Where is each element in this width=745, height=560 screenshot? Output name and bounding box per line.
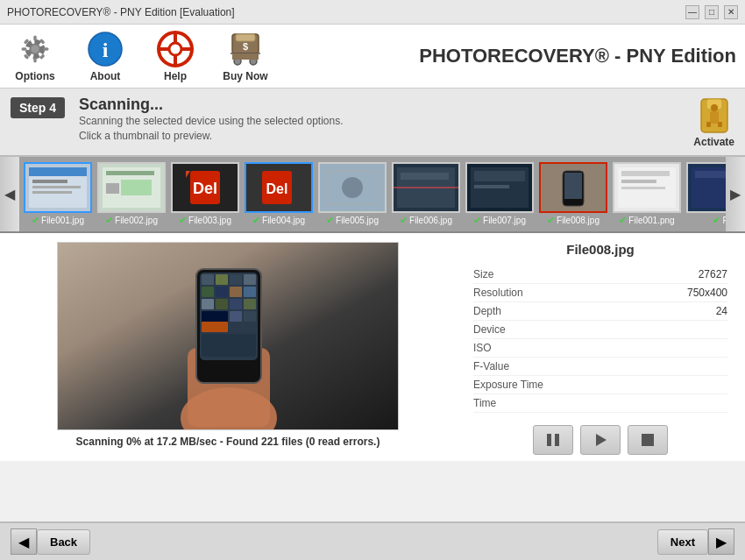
thumbnail-item[interactable]: ✔ File001.jpg: [23, 162, 93, 226]
svg-rect-67: [621, 171, 670, 176]
key-icon: [694, 96, 734, 136]
svg-rect-81: [244, 274, 256, 285]
thumbnail-strip: ✔ File001.jpg ✔ File002.jpg Del ✔ File00…: [0, 157, 745, 231]
svg-point-51: [342, 177, 363, 198]
check-icon: ✔: [32, 215, 39, 226]
thumbnail-strip-container: ◀ ✔ File001.jpg ✔ File002.jpg Del: [0, 157, 745, 233]
pause-button[interactable]: [533, 425, 573, 455]
info-value-size: 27627: [699, 268, 727, 280]
check-icon: ✔: [179, 215, 187, 226]
info-row-resolution: Resolution 750x400: [473, 284, 727, 302]
svg-rect-88: [230, 299, 242, 309]
gear-icon: [16, 30, 54, 68]
thumbnail-item[interactable]: ✔ File007.jpg: [465, 162, 535, 226]
stop-button[interactable]: [628, 425, 668, 455]
next-arrow-button[interactable]: ▶: [708, 528, 734, 555]
close-button[interactable]: ✕: [724, 5, 738, 19]
svg-rect-64: [564, 173, 582, 199]
next-label: Next: [670, 535, 695, 549]
svg-rect-60: [474, 185, 509, 188]
svg-rect-3: [33, 35, 36, 40]
thumbnail-label: ✔ File003.jpg: [179, 215, 231, 226]
step-description2: Click a thumbnail to preview.: [79, 129, 344, 144]
next-button[interactable]: Next: [657, 529, 708, 555]
thumbnail-image: [318, 162, 387, 213]
about-button[interactable]: i About: [79, 30, 131, 82]
svg-text:i: i: [103, 39, 109, 61]
svg-rect-96: [555, 434, 559, 446]
svg-rect-95: [547, 434, 551, 446]
buynow-label: Buy Now: [223, 70, 267, 82]
svg-point-2: [32, 46, 39, 53]
strip-nav-left[interactable]: ◀: [0, 157, 19, 231]
svg-rect-69: [621, 187, 665, 189]
svg-text:Del: Del: [193, 180, 217, 197]
strip-nav-right[interactable]: ▶: [726, 157, 745, 231]
step-header: Step 4 Scanning... Scanning the selected…: [0, 89, 745, 157]
svg-text:$: $: [243, 41, 248, 52]
svg-rect-94: [202, 334, 256, 357]
main-content: Scanning 0% at 17.2 MB/sec - Found 221 f…: [0, 233, 745, 461]
about-label: About: [90, 70, 121, 82]
thumbnail-item[interactable]: Del ✔ File004.jpg: [244, 162, 314, 226]
minimize-button[interactable]: —: [685, 5, 699, 19]
thumbnail-image: Del: [171, 162, 239, 213]
info-row-exposure: Exposure Time: [473, 376, 727, 394]
back-label: Back: [50, 535, 77, 549]
play-button[interactable]: [580, 425, 621, 455]
step-heading: Scanning...: [79, 96, 344, 114]
maximize-button[interactable]: □: [705, 5, 719, 19]
svg-rect-68: [621, 180, 656, 183]
check-icon: ✔: [400, 215, 408, 226]
app-title: PHOTORECOVERY® - PNY Edition: [419, 45, 736, 67]
svg-rect-34: [29, 167, 87, 176]
thumbnail-image: [97, 162, 166, 213]
check-icon: ✔: [473, 215, 481, 226]
thumbnail-item[interactable]: Del ✔ File003.jpg: [170, 162, 240, 226]
svg-rect-93: [244, 311, 256, 322]
svg-marker-97: [596, 434, 607, 446]
info-row-iso: ISO: [473, 339, 727, 358]
activate-label: Activate: [693, 136, 734, 148]
activate-button[interactable]: Activate: [693, 96, 734, 148]
cart-icon: $: [226, 30, 265, 68]
thumbnail-label: ✔ File005.jpg: [326, 215, 379, 226]
help-label: Help: [164, 70, 187, 82]
preview-image: [57, 242, 399, 430]
thumbnail-label: ✔ File006.jpg: [400, 215, 452, 226]
thumbnail-image: [539, 162, 607, 213]
thumbnail-item[interactable]: ✔ File005.jpg: [317, 162, 387, 226]
thumbnail-item[interactable]: ✔ File006.jpg: [391, 162, 461, 226]
svg-rect-4: [33, 58, 36, 63]
svg-rect-80: [230, 274, 242, 285]
svg-rect-92: [230, 311, 242, 322]
thumbnail-item[interactable]: ✔ File001.png: [612, 162, 682, 226]
info-row-fvalue: F-Value: [473, 358, 727, 376]
help-button[interactable]: Help: [149, 30, 202, 82]
info-label-depth: Depth: [473, 305, 501, 317]
options-label: Options: [15, 70, 54, 82]
info-row-depth: Depth 24: [473, 302, 727, 321]
toolbar: Options i About Help: [0, 25, 745, 89]
buynow-button[interactable]: $ Buy Now: [219, 30, 272, 82]
thumbnail-item[interactable]: ✔ File008.jpg: [538, 162, 608, 226]
info-label-resolution: Resolution: [473, 287, 523, 299]
info-label-exposure: Exposure Time: [473, 379, 543, 391]
thumbnail-item[interactable]: ✔ File002.jpg: [96, 162, 167, 226]
file-info-title: File008.jpg: [473, 242, 727, 257]
back-arrow-button[interactable]: ◀: [11, 528, 37, 555]
thumbnail-image: [613, 162, 681, 213]
svg-rect-59: [474, 171, 525, 181]
svg-rect-6: [44, 47, 49, 50]
back-button[interactable]: Back: [37, 529, 90, 555]
svg-point-14: [169, 43, 181, 55]
check-icon: ✔: [713, 215, 720, 226]
info-row-device: Device: [473, 321, 727, 339]
options-button[interactable]: Options: [9, 30, 61, 82]
svg-rect-83: [216, 287, 228, 297]
title-bar-text: PHOTORECOVERY® - PNY Edition [Evaluation…: [7, 6, 235, 18]
check-icon: ✔: [252, 215, 260, 226]
svg-rect-84: [230, 287, 242, 297]
info-label-fvalue: F-Value: [473, 360, 509, 372]
svg-rect-10: [39, 39, 46, 45]
